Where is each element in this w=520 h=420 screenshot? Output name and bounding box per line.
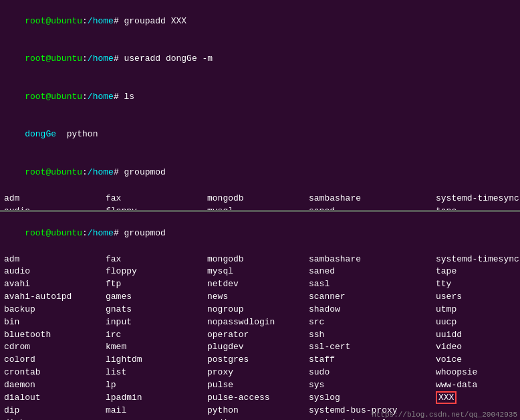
group-col-p2-4: sambashare saned sasl scanner shadow src… — [309, 253, 436, 420]
group-col-p2-5: systemd-timesync tape tty users utmp uuc… — [436, 253, 516, 420]
group-col-2: fax floppy ftp games gnats input irc kme… — [106, 193, 207, 210]
ls-output: dongGe python — [4, 116, 516, 154]
terminal-panel-2: root@ubuntu:/home# groupmod adm audio av… — [0, 212, 520, 420]
group-list-2: adm audio avahi avahi-autoipd backup bin… — [4, 253, 516, 420]
group-col-p2-2: fax floppy ftp games gnats input irc kme… — [106, 253, 207, 420]
group-list-1: adm audio avahi avahi-autoipd backup bin… — [4, 193, 516, 210]
cmd-line-2: root@ubuntu:/home# useradd dongGe -m — [4, 41, 516, 79]
terminal-panel-1: root@ubuntu:/home# groupadd XXX root@ubu… — [0, 0, 520, 210]
cmd-line-3: root@ubuntu:/home# ls — [4, 78, 516, 116]
group-col-4: sambashare saned sasl scanner shadow src… — [309, 193, 436, 210]
group-col-p2-3: mongodb mysql netdev news nogroup nopass… — [207, 253, 309, 420]
group-col-1: adm audio avahi avahi-autoipd backup bin… — [4, 193, 106, 210]
group-col-p2-1: adm audio avahi avahi-autoipd backup bin… — [4, 253, 106, 420]
watermark: https://blog.csdn.net/qq_20042935 — [372, 411, 517, 419]
cmd-line-4: root@ubuntu:/home# groupmod — [4, 154, 516, 192]
cmd-line-1: root@ubuntu:/home# groupadd XXX — [4, 3, 516, 41]
group-col-3: mongodb mysql netdev news nogroup nopass… — [207, 193, 309, 210]
cmd-line-p2-1: root@ubuntu:/home# groupmod — [4, 215, 516, 253]
group-col-5: systemd-timesync tape tty users utmp uuc… — [436, 193, 516, 210]
xxx-highlight: XXX — [436, 391, 457, 404]
